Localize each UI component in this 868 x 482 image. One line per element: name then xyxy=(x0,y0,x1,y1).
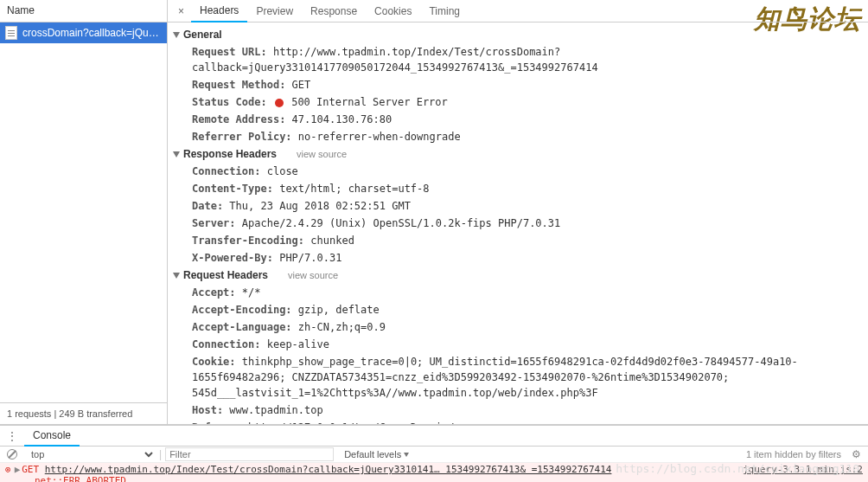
view-source-link[interactable]: view source xyxy=(297,149,347,159)
header-key: Referrer Policy: xyxy=(192,131,292,143)
header-value: */* xyxy=(242,286,261,299)
header-row: X-Powered-By: PHP/7.0.31 xyxy=(168,249,868,267)
console-tabs: ⋮ Console xyxy=(0,426,868,447)
section-title[interactable]: General xyxy=(168,26,868,43)
request-list-panel: Name crossDomain?callback=jQuery... 1 re… xyxy=(0,0,168,424)
triangle-down-icon xyxy=(173,151,180,157)
details-panel: × Headers Preview Response Cookies Timin… xyxy=(168,0,868,424)
file-icon xyxy=(5,26,17,40)
header-row: Status Code: 500 Internal Server Error xyxy=(168,93,868,111)
header-row: Request Method: GET xyxy=(168,76,868,93)
header-value: gzip, deflate xyxy=(298,304,380,316)
header-value: thinkphp_show_page_trace=0|0; UM_distinc… xyxy=(192,356,798,399)
header-value: http://127.0.0.1/tmp/CrossDomain/ xyxy=(248,421,454,424)
header-value: keep-alive xyxy=(267,338,329,350)
chevron-down-icon xyxy=(404,453,409,457)
status-dot-icon xyxy=(275,99,284,107)
context-select[interactable]: top xyxy=(26,447,156,462)
header-key: X-Powered-By: xyxy=(192,252,273,264)
header-key: Request URL: xyxy=(192,46,267,58)
header-key: Cookie: xyxy=(192,356,236,368)
tabs-bar: × Headers Preview Response Cookies Timin… xyxy=(168,0,868,22)
header-value: PHP/7.0.31 xyxy=(279,252,341,264)
header-key: Accept: xyxy=(192,286,236,299)
filter-input[interactable] xyxy=(165,447,334,461)
clear-console-icon[interactable] xyxy=(7,449,17,460)
view-source-link[interactable]: view source xyxy=(288,270,338,280)
header-value: text/html; charset=utf-8 xyxy=(279,183,429,195)
header-row: Referrer Policy: no-referrer-when-downgr… xyxy=(168,128,868,145)
gear-icon[interactable] xyxy=(852,448,866,460)
header-value: 47.104.130.76:80 xyxy=(292,113,393,125)
header-value: zh-CN,zh;q=0.9 xyxy=(298,321,386,333)
header-row: Connection: keep-alive xyxy=(168,336,868,353)
log-levels-select[interactable]: Default levels xyxy=(344,449,409,460)
error-icon: ⊗ xyxy=(5,464,11,475)
header-key: Transfer-Encoding: xyxy=(192,235,304,247)
header-key: Accept-Language: xyxy=(192,321,292,333)
request-name: crossDomain?callback=jQuery... xyxy=(22,27,162,39)
console-toolbar: top | Default levels 1 item hidden by fi… xyxy=(0,447,868,463)
section-title[interactable]: Request Headersview source xyxy=(168,267,868,284)
header-key: Remote Address: xyxy=(192,113,285,125)
header-row: Connection: close xyxy=(168,163,868,180)
error-detail: net::ERR_ABORTED xyxy=(0,475,868,482)
header-key: Connection: xyxy=(192,338,260,350)
header-row: Server: Apache/2.4.29 (Unix) OpenSSL/1.0… xyxy=(168,215,868,232)
header-key: Host: xyxy=(192,404,223,416)
header-row: Remote Address: 47.104.130.76:80 xyxy=(168,111,868,128)
header-row: Accept-Language: zh-CN,zh;q=0.9 xyxy=(168,318,868,336)
header-value: Apache/2.4.29 (Unix) OpenSSL/1.0.2k-fips… xyxy=(242,217,560,229)
header-row: Transfer-Encoding: chunked xyxy=(168,232,868,249)
header-key: Request Method: xyxy=(192,79,285,91)
header-key: Date: xyxy=(192,200,223,212)
tab-preview[interactable]: Preview xyxy=(247,1,302,22)
tab-console[interactable]: Console xyxy=(24,426,80,447)
header-row: Accept: */* xyxy=(168,284,868,301)
header-row: Request URL: http://www.tpadmin.top/Inde… xyxy=(168,43,868,76)
header-row: Accept-Encoding: gzip, deflate xyxy=(168,301,868,318)
request-row[interactable]: crossDomain?callback=jQuery... xyxy=(0,22,167,43)
header-row: Host: www.tpadmin.top xyxy=(168,402,868,419)
main-split: Name crossDomain?callback=jQuery... 1 re… xyxy=(0,0,868,425)
tab-response[interactable]: Response xyxy=(302,1,366,22)
header-key: Connection: xyxy=(192,165,260,177)
header-value: GET xyxy=(292,79,311,91)
header-row: Cookie: thinkphp_show_page_trace=0|0; UM… xyxy=(168,353,868,402)
header-key: Status Code: xyxy=(192,96,267,108)
status-bar: 1 requests | 249 B transferred xyxy=(0,402,167,424)
header-value: chunked xyxy=(310,235,354,247)
name-column-header[interactable]: Name xyxy=(0,0,167,22)
triangle-down-icon xyxy=(173,273,180,279)
headers-content[interactable]: GeneralRequest URL: http://www.tpadmin.t… xyxy=(168,22,868,424)
tab-headers[interactable]: Headers xyxy=(191,0,247,22)
header-value: 500 Internal Server Error xyxy=(291,96,448,108)
header-key: Accept-Encoding: xyxy=(192,304,292,316)
header-value: close xyxy=(267,165,298,177)
header-value: www.tpadmin.top xyxy=(229,404,322,416)
hidden-items[interactable]: 1 item hidden by filters xyxy=(746,449,841,460)
header-row: Content-Type: text/html; charset=utf-8 xyxy=(168,180,868,197)
header-value: Thu, 23 Aug 2018 02:52:51 GMT xyxy=(229,200,411,212)
header-key: Referer: xyxy=(192,421,242,424)
request-list: crossDomain?callback=jQuery... xyxy=(0,22,167,402)
section-title[interactable]: Response Headersview source xyxy=(168,145,868,163)
header-row: Date: Thu, 23 Aug 2018 02:52:51 GMT xyxy=(168,197,868,215)
header-row: Referer: http://127.0.0.1/tmp/CrossDomai… xyxy=(168,419,868,424)
tab-cookies[interactable]: Cookies xyxy=(366,1,420,22)
tab-timing[interactable]: Timing xyxy=(420,1,469,22)
header-value: no-referrer-when-downgrade xyxy=(298,131,461,143)
header-key: Content-Type: xyxy=(192,183,273,195)
header-key: Server: xyxy=(192,217,236,229)
close-icon[interactable]: × xyxy=(171,5,191,17)
drawer-menu-icon[interactable]: ⋮ xyxy=(0,430,24,442)
triangle-down-icon xyxy=(173,32,180,38)
expand-icon[interactable]: ▶ xyxy=(15,464,21,475)
watermark-url: https://blog.csdn.net/cuixiaogang110 xyxy=(616,462,859,475)
